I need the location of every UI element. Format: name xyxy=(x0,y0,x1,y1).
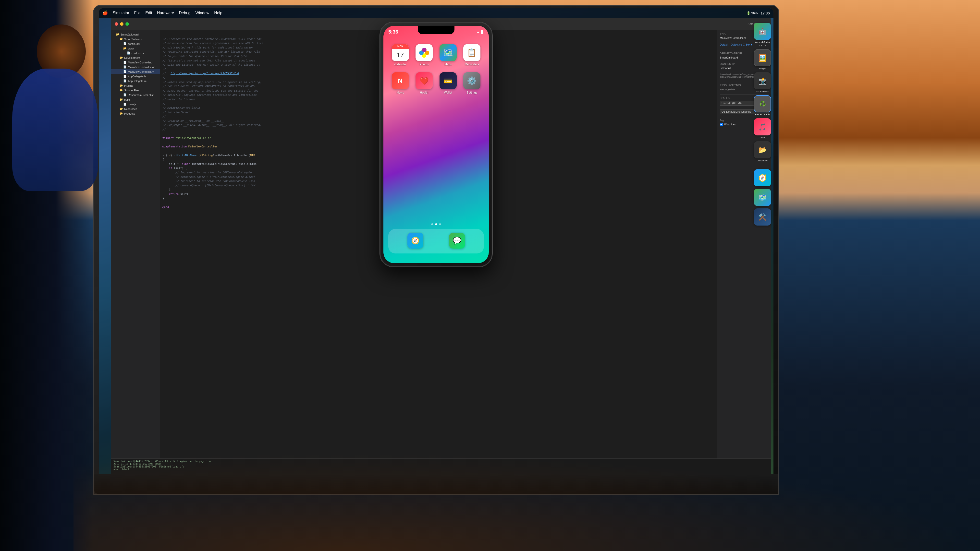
ios-dock: 🧭 💬 xyxy=(388,229,484,254)
desktop-icon-images[interactable]: 🖼️ images xyxy=(754,49,771,70)
app-reminders[interactable]: 📋 Reminders xyxy=(461,44,482,66)
ios-status-icons: ▲ ▊ xyxy=(476,30,484,34)
android-studio-icon: 🤖 xyxy=(754,23,771,40)
minimize-button[interactable] xyxy=(120,22,124,26)
wifi-icon: ▲ xyxy=(476,30,480,34)
wrap-lines-label: Wrap lines xyxy=(724,123,736,126)
news-icon: N xyxy=(392,72,409,89)
macos-desktop-icons: 🤖 Android Studio 3.3.0.0 🖼️ images � xyxy=(754,23,771,225)
app-news[interactable]: N News xyxy=(390,72,410,94)
dock-messages[interactable]: 💬 xyxy=(447,233,468,250)
app-health[interactable]: ❤️ Health xyxy=(414,72,434,94)
menu-file[interactable]: File xyxy=(134,11,141,15)
nav-item[interactable]: 📂 Development xyxy=(111,56,160,60)
laptop-keyboard-area xyxy=(94,474,778,494)
recycle-label: RECYCLE.BIN xyxy=(755,113,770,116)
app-photos[interactable]: Photos xyxy=(414,44,434,66)
menu-bar-left: 🍎 Simulator File Edit Hardware Debug Win… xyxy=(102,10,746,16)
messages-dock-icon: 💬 xyxy=(449,233,465,249)
file-navigator: 📁 SmartJailboard 📂 SmartSoftware 📄 confi… xyxy=(111,30,160,459)
indent-label: Tag xyxy=(720,119,724,122)
wallet-label: Wallet xyxy=(444,91,452,94)
calendar-month: MON xyxy=(398,45,403,48)
nav-item[interactable]: 📁 build xyxy=(111,97,160,102)
nav-item[interactable]: 📂 Products xyxy=(111,111,160,116)
menu-simulator[interactable]: Simulator xyxy=(113,11,129,15)
desktop-icon-documents[interactable]: 📂 Documents xyxy=(754,141,771,162)
nav-item[interactable]: 📂 Resources xyxy=(111,106,160,111)
images-icon: 🖼️ xyxy=(754,49,771,67)
xcode-logo: ⚒️ xyxy=(758,213,767,221)
wrap-lines-checkbox[interactable] xyxy=(720,123,723,126)
person-body xyxy=(12,68,98,191)
news-label: News xyxy=(397,91,404,94)
xcode-desktop-icon: ⚒️ xyxy=(754,208,771,225)
nav-item[interactable]: 📂 SmartSoftware xyxy=(111,37,160,41)
nav-item[interactable]: 📄 cordova.js xyxy=(111,51,160,56)
nav-item[interactable]: 📄 AppDelegate.m xyxy=(111,79,160,83)
desktop-icon-safari[interactable]: 🧭 xyxy=(754,169,771,186)
traffic-lights xyxy=(115,22,129,26)
settings-label: Settings xyxy=(467,91,477,94)
music-label: Music xyxy=(759,137,765,139)
menu-hardware[interactable]: Hardware xyxy=(157,11,174,15)
safari-dock-icon: 🧭 xyxy=(407,233,423,249)
messages-bubble-icon: 💬 xyxy=(453,237,461,245)
page-dot-2 xyxy=(435,223,437,225)
scene: 🍎 Simulator File Edit Hardware Debug Win… xyxy=(0,0,980,551)
nav-item[interactable]: 📄 MainViewController.m xyxy=(111,69,160,74)
fullscreen-button[interactable] xyxy=(126,22,129,26)
menu-edit[interactable]: Edit xyxy=(145,11,152,15)
close-button[interactable] xyxy=(115,22,118,26)
app-settings[interactable]: ⚙️ Settings xyxy=(461,72,482,94)
desktop-icon-screenshots[interactable]: 📸 Screenshots xyxy=(754,72,771,93)
menu-window[interactable]: Window xyxy=(195,11,209,15)
desktop-icon-android-studio[interactable]: 🤖 Android Studio 3.3.0.0 xyxy=(754,23,771,47)
app-row-2: N News ❤️ Health xyxy=(388,72,484,94)
nav-item[interactable]: 📄 main.js xyxy=(111,102,160,106)
person-silhouette xyxy=(0,0,93,551)
photos-label: Photos xyxy=(420,63,429,66)
desktop-icon-recycle[interactable]: ♻️ RECYCLE.BIN xyxy=(754,95,771,116)
apple-logo[interactable]: 🍎 xyxy=(102,10,108,16)
console-line: SmartJailboard[44456:28097208] Finished … xyxy=(113,465,768,468)
menu-debug[interactable]: Debug xyxy=(179,11,190,15)
nav-item[interactable]: 📂 www xyxy=(111,46,160,51)
health-label: Health xyxy=(420,91,428,94)
nav-item[interactable]: 📄 Resources-Prefs.plist xyxy=(111,92,160,97)
app-row-1: MON 17 Calendar xyxy=(388,44,484,66)
nav-item[interactable]: 📂 Source Files xyxy=(111,88,160,92)
nav-item[interactable]: 📁 SmartJailboard xyxy=(111,32,160,37)
nav-item[interactable]: 📄 AppDelegate.h xyxy=(111,74,160,79)
dock-safari[interactable]: 🧭 xyxy=(405,233,426,250)
nav-item[interactable]: 📄 MainViewController.xib xyxy=(111,65,160,69)
nav-item[interactable]: 📄 MainViewController.h xyxy=(111,60,160,65)
reminders-icon: 📋 xyxy=(463,44,480,61)
ios-app-grid: MON 17 Calendar xyxy=(383,40,489,104)
android-studio-logo: 🤖 xyxy=(758,27,767,35)
health-emoji: ❤️ xyxy=(420,77,429,85)
nav-item[interactable]: 📂 Plugins xyxy=(111,83,160,88)
music-icon: 🎵 xyxy=(754,118,771,135)
menu-help[interactable]: Help xyxy=(214,11,222,15)
maps-emoji: 🗺️ xyxy=(443,48,453,57)
nav-item[interactable]: 📄 config.xml xyxy=(111,41,160,46)
app-wallet[interactable]: 💳 Wallet xyxy=(438,72,458,94)
ios-wallpaper: 5:36 ▲ ▊ xyxy=(383,26,489,263)
documents-logo: 📂 xyxy=(758,146,767,154)
calendar-icon: MON 17 xyxy=(392,44,409,61)
page-dot-3 xyxy=(439,223,441,225)
documents-icon: 📂 xyxy=(754,141,771,159)
console-line: SmartJailboard[44456:2897]: iPhone XR - … xyxy=(113,460,768,463)
system-clock: 17:36 xyxy=(760,11,770,15)
app-calendar[interactable]: MON 17 Calendar xyxy=(390,44,410,66)
safari-desktop-icon: 🧭 xyxy=(754,169,771,186)
desktop-icon-maps[interactable]: 🗺️ xyxy=(754,189,771,206)
console-line: 2019-01-17 17:34:16.0571598+0000 xyxy=(113,463,768,465)
desktop-icon-music[interactable]: 🎵 Music xyxy=(754,118,771,139)
safari-compass-icon: 🧭 xyxy=(411,237,420,245)
desktop-icon-xcode[interactable]: ⚒️ xyxy=(754,208,771,225)
app-maps[interactable]: 🗺️ Maps xyxy=(438,44,458,66)
reminders-emoji: 📋 xyxy=(467,48,477,57)
battery-icon: ▊ xyxy=(481,30,484,34)
